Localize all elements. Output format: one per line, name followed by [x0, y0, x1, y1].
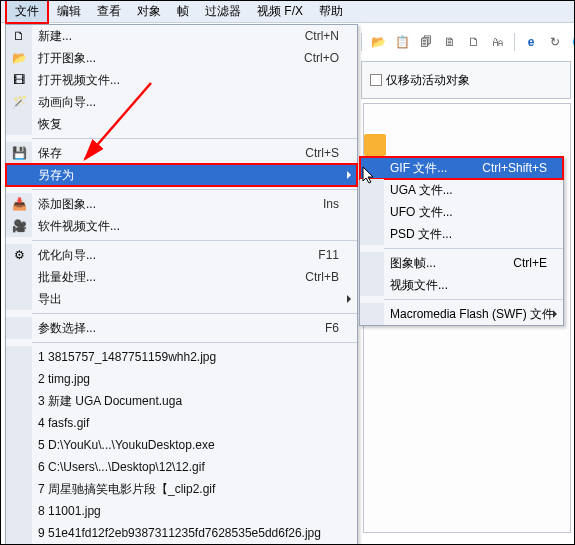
submenu-item-label: Macromedia Flash (SWF) 文件 [384, 306, 563, 323]
add-img-icon: 📥 [6, 193, 32, 215]
submenu-arrow-icon [553, 310, 557, 318]
right-panel: 仅移动活动对象 [361, 61, 571, 99]
separator [514, 33, 515, 51]
menu-item-label: 2 timg.jpg [32, 372, 357, 386]
save-icon: 💾 [6, 142, 32, 164]
menu-item[interactable]: 🎞打开视频文件... [6, 69, 357, 91]
submenu-item-label: PSD 文件... [384, 226, 563, 243]
menu-item-label: 恢复 [32, 116, 357, 133]
menu-item[interactable]: 🪄动画向导... [6, 91, 357, 113]
gutter [6, 522, 32, 544]
menu-item[interactable]: 5 D:\YouKu\...\YoukuDesktop.exe [6, 434, 357, 456]
gutter [360, 179, 384, 201]
menu-item-label: 9 51e41fd12f2eb9387311235fd7628535e5dd6f… [32, 526, 357, 540]
submenu-item[interactable]: GIF 文件...Ctrl+Shift+S [360, 157, 563, 179]
menu-item[interactable]: 2 timg.jpg [6, 368, 357, 390]
menu-item[interactable]: 参数选择...F6 [6, 317, 357, 339]
submenu-item-label: 视频文件... [384, 277, 563, 294]
separator [361, 33, 362, 51]
menu-item[interactable]: 另存为 [6, 164, 357, 186]
menu-item-shortcut: Ctrl+N [277, 29, 357, 43]
menu-item[interactable]: ⚙优化向导...F11 [6, 244, 357, 266]
gutter [360, 252, 384, 274]
doc-icon[interactable]: 🗎 [442, 34, 458, 50]
redo-icon[interactable]: ↻ [547, 34, 563, 50]
menu-item-label: 打开图象... [32, 50, 277, 67]
menu-item-label: 优化向导... [32, 247, 277, 264]
optimize-icon: ⚙ [6, 244, 32, 266]
menu-item[interactable]: 导出 [6, 288, 357, 310]
open-img-icon: 📂 [6, 47, 32, 69]
submenu-item[interactable]: UGA 文件... [360, 179, 563, 201]
menu-filter[interactable]: 过滤器 [197, 1, 249, 22]
separator [384, 248, 563, 249]
menu-item[interactable]: 🎥软件视频文件... [6, 215, 357, 237]
menu-item[interactable]: 9 51e41fd12f2eb9387311235fd7628535e5dd6f… [6, 522, 357, 544]
submenu-item-label: UGA 文件... [384, 182, 563, 199]
menu-item-label: 另存为 [32, 167, 357, 184]
menu-item[interactable]: 7 周星驰搞笑电影片段【_clip2.gif [6, 478, 357, 500]
copy-icon[interactable]: 🗐 [418, 34, 434, 50]
submenu-item[interactable]: UFO 文件... [360, 201, 563, 223]
submenu-item[interactable]: 图象帧...Ctrl+E [360, 252, 563, 274]
gutter [6, 478, 32, 500]
menu-item-shortcut: Ins [277, 197, 357, 211]
gutter [360, 157, 384, 179]
menu-file[interactable]: 文件 [5, 0, 49, 24]
menu-item[interactable]: 📥添加图象...Ins [6, 193, 357, 215]
save-as-submenu: GIF 文件...Ctrl+Shift+SUGA 文件...UFO 文件...P… [359, 156, 564, 326]
separator [384, 299, 563, 300]
sw-video-icon: 🎥 [6, 215, 32, 237]
menu-item[interactable]: 💾保存Ctrl+S [6, 142, 357, 164]
gutter [6, 368, 32, 390]
menu-item-label: 1 3815757_1487751159whh2.jpg [32, 350, 357, 364]
menu-item-label: 新建... [32, 28, 277, 45]
menu-item-label: 添加图象... [32, 196, 277, 213]
menu-item-label: 6 C:\Users\...\Desktop\12\12.gif [32, 460, 357, 474]
menu-item-shortcut: F6 [277, 321, 357, 335]
menu-item-label: 8 11001.jpg [32, 504, 357, 518]
submenu-item[interactable]: 视频文件... [360, 274, 563, 296]
menu-videofx[interactable]: 视频 F/X [249, 1, 311, 22]
text-icon[interactable]: 🗛 [490, 34, 506, 50]
globe-icon[interactable]: 🌐 [571, 34, 575, 50]
menu-item[interactable]: 8 11001.jpg [6, 500, 357, 522]
menu-frame[interactable]: 帧 [169, 1, 197, 22]
gutter [360, 201, 384, 223]
menu-item-label: 参数选择... [32, 320, 277, 337]
open-icon[interactable]: 📂 [370, 34, 386, 50]
submenu-item[interactable]: Macromedia Flash (SWF) 文件 [360, 303, 563, 325]
separator [32, 313, 357, 314]
menu-item[interactable]: 3 新建 UGA Document.uga [6, 390, 357, 412]
menu-item[interactable]: 4 fasfs.gif [6, 412, 357, 434]
separator [32, 138, 357, 139]
gutter [6, 412, 32, 434]
ie-icon[interactable]: e [523, 34, 539, 50]
menu-item[interactable]: 🗋新建...Ctrl+N [6, 25, 357, 47]
menu-help[interactable]: 帮助 [311, 1, 351, 22]
submenu-item[interactable]: PSD 文件... [360, 223, 563, 245]
paste-icon[interactable]: 📋 [394, 34, 410, 50]
submenu-item-label: UFO 文件... [384, 204, 563, 221]
thumbnail-icon[interactable] [364, 134, 386, 156]
menu-item[interactable]: 6 C:\Users\...\Desktop\12\12.gif [6, 456, 357, 478]
menu-item-label: 动画向导... [32, 94, 357, 111]
menu-view[interactable]: 查看 [89, 1, 129, 22]
menu-edit[interactable]: 编辑 [49, 1, 89, 22]
gutter [360, 274, 384, 296]
separator [32, 342, 357, 343]
file-menu-dropdown: 🗋新建...Ctrl+N📂打开图象...Ctrl+O🎞打开视频文件...🪄动画向… [5, 24, 358, 545]
menu-item[interactable]: 恢复 [6, 113, 357, 135]
menu-item[interactable]: 1 3815757_1487751159whh2.jpg [6, 346, 357, 368]
new-icon[interactable]: 🗋 [466, 34, 482, 50]
move-active-label: 仅移动活动对象 [386, 72, 470, 89]
menu-item[interactable]: 📂打开图象...Ctrl+O [6, 47, 357, 69]
move-active-checkbox[interactable] [370, 74, 382, 86]
menu-item-shortcut: Ctrl+S [277, 146, 357, 160]
submenu-arrow-icon [347, 171, 351, 179]
menubar: 文件 编辑 查看 对象 帧 过滤器 视频 F/X 帮助 [1, 1, 574, 23]
anim-wiz-icon: 🪄 [6, 91, 32, 113]
menu-object[interactable]: 对象 [129, 1, 169, 22]
menu-item[interactable]: 批量处理...Ctrl+B [6, 266, 357, 288]
submenu-item-label: GIF 文件... [384, 160, 482, 177]
